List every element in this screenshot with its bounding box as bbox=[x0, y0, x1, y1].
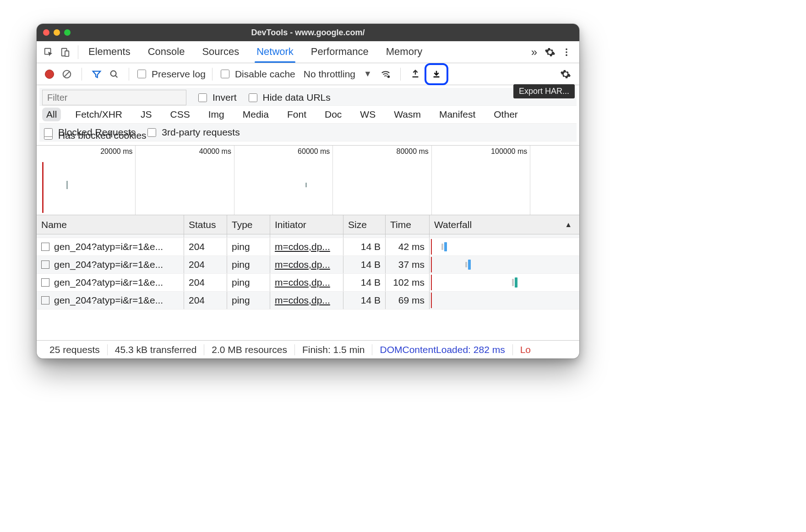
col-waterfall[interactable]: Waterfall ▲ bbox=[430, 215, 579, 234]
type-chip-media[interactable]: Media bbox=[239, 108, 273, 121]
table-row[interactable]: gen_204?atyp=i&r=1&e...204pingm=cdos,dp.… bbox=[37, 292, 579, 309]
chevron-down-icon: ▼ bbox=[364, 69, 372, 79]
cell-initiator[interactable]: m=cdos,dp... bbox=[270, 256, 343, 273]
table-row[interactable]: gen_204?atyp=i&r=1&e...204pingm=cdos,dp.… bbox=[37, 256, 579, 274]
col-size[interactable]: Size bbox=[343, 215, 386, 234]
cell-waterfall bbox=[430, 274, 579, 291]
type-chip-js[interactable]: JS bbox=[136, 108, 156, 121]
invert-label: Invert bbox=[212, 92, 237, 103]
tab-elements[interactable]: Elements bbox=[87, 42, 131, 62]
filter-input[interactable] bbox=[42, 90, 186, 105]
kebab-menu-icon[interactable] bbox=[558, 44, 575, 60]
search-icon[interactable] bbox=[106, 66, 122, 82]
cell-size: 14 B bbox=[343, 256, 386, 273]
hide-data-urls-label: Hide data URLs bbox=[263, 92, 331, 103]
tab-console[interactable]: Console bbox=[147, 42, 186, 62]
col-type[interactable]: Type bbox=[227, 215, 270, 234]
svg-line-7 bbox=[64, 71, 70, 77]
status-domcontentloaded: DOMContentLoaded: 282 ms bbox=[372, 344, 512, 355]
network-conditions-icon[interactable] bbox=[377, 66, 394, 82]
tab-sources[interactable]: Sources bbox=[201, 42, 240, 62]
col-status[interactable]: Status bbox=[184, 215, 227, 234]
network-toolbar: Preserve log Disable cache No throttling… bbox=[37, 63, 579, 85]
disable-cache-checkbox[interactable]: Disable cache bbox=[219, 68, 295, 80]
network-settings-icon[interactable] bbox=[557, 66, 574, 82]
file-icon bbox=[41, 296, 49, 304]
minimize-window-button[interactable] bbox=[54, 29, 60, 36]
clear-icon[interactable] bbox=[59, 66, 75, 82]
type-chip-other[interactable]: Other bbox=[490, 108, 522, 121]
devtools-window: DevTools - www.google.com/ Elements Cons… bbox=[37, 24, 579, 358]
cell-time: 69 ms bbox=[386, 292, 430, 309]
type-chip-manifest[interactable]: Manifest bbox=[435, 108, 479, 121]
cell-initiator[interactable]: m=cdos,dp... bbox=[270, 274, 343, 291]
type-chip-font[interactable]: Font bbox=[283, 108, 310, 121]
third-party-input[interactable] bbox=[147, 128, 156, 137]
col-initiator[interactable]: Initiator bbox=[270, 215, 343, 234]
col-time[interactable]: Time bbox=[386, 215, 430, 234]
hide-data-urls-input[interactable] bbox=[249, 93, 257, 102]
cell-waterfall bbox=[430, 256, 579, 273]
blocked-requests-checkbox[interactable]: Blocked Requests bbox=[42, 127, 136, 138]
preserve-log-label: Preserve log bbox=[152, 69, 206, 80]
status-finish: Finish: 1.5 min bbox=[295, 344, 373, 355]
type-chip-wasm[interactable]: Wasm bbox=[390, 108, 425, 121]
cell-waterfall bbox=[430, 292, 579, 309]
settings-icon[interactable] bbox=[542, 44, 558, 60]
svg-point-5 bbox=[566, 54, 567, 56]
close-window-button[interactable] bbox=[43, 29, 49, 36]
invert-input[interactable] bbox=[198, 93, 207, 102]
type-chip-img[interactable]: Img bbox=[204, 108, 229, 121]
device-toolbar-icon[interactable] bbox=[57, 44, 73, 60]
inspect-element-icon[interactable] bbox=[40, 44, 57, 60]
preserve-log-input[interactable] bbox=[137, 70, 146, 78]
cell-name: gen_204?atyp=i&r=1&e... bbox=[37, 256, 184, 273]
timeline-overview[interactable]: 20000 ms40000 ms60000 ms80000 ms100000 m… bbox=[37, 146, 579, 215]
cell-name: gen_204?atyp=i&r=1&e... bbox=[37, 238, 184, 255]
window-title: DevTools - www.google.com/ bbox=[37, 28, 579, 38]
tab-performance[interactable]: Performance bbox=[310, 42, 370, 62]
import-har-icon[interactable] bbox=[407, 66, 424, 82]
more-tabs-icon[interactable]: » bbox=[527, 46, 542, 59]
disable-cache-input[interactable] bbox=[221, 70, 229, 78]
window-titlebar: DevTools - www.google.com/ bbox=[37, 24, 579, 41]
hide-data-urls-checkbox[interactable]: Hide data URLs bbox=[247, 92, 331, 103]
cell-initiator[interactable]: m=cdos,dp... bbox=[270, 292, 343, 309]
separator bbox=[400, 68, 401, 81]
timeline-activity-tick bbox=[66, 181, 68, 189]
window-controls bbox=[43, 29, 71, 36]
record-button[interactable] bbox=[45, 70, 54, 79]
col-name[interactable]: Name bbox=[37, 215, 184, 234]
status-bar: 25 requests 45.3 kB transferred 2.0 MB r… bbox=[37, 340, 579, 358]
throttling-select[interactable]: No throttling ▼ bbox=[304, 69, 372, 80]
svg-rect-11 bbox=[412, 76, 418, 77]
maximize-window-button[interactable] bbox=[64, 29, 71, 36]
type-chip-ws[interactable]: WS bbox=[356, 108, 380, 121]
filter-bar: Invert Hide data URLs All Fetch/XHR JS C… bbox=[37, 85, 579, 146]
tab-network[interactable]: Network bbox=[256, 42, 294, 62]
svg-point-4 bbox=[566, 51, 567, 53]
cell-type: ping bbox=[227, 274, 270, 291]
blocked-requests-input[interactable] bbox=[44, 128, 53, 137]
table-row[interactable]: gen_204?atyp=i&r=1&e...204pingm=cdos,dp.… bbox=[37, 274, 579, 292]
tab-memory[interactable]: Memory bbox=[385, 42, 423, 62]
cell-waterfall bbox=[430, 238, 579, 255]
table-row-partial[interactable] bbox=[37, 234, 579, 238]
waterfall-wait-bar bbox=[512, 279, 514, 286]
export-har-icon[interactable] bbox=[428, 66, 445, 82]
cell-initiator[interactable]: m=cdos,dp... bbox=[270, 238, 343, 255]
filter-icon[interactable] bbox=[88, 66, 105, 82]
type-chip-fetchxhr[interactable]: Fetch/XHR bbox=[71, 108, 126, 121]
type-chip-doc[interactable]: Doc bbox=[321, 108, 346, 121]
type-chip-all[interactable]: All bbox=[42, 108, 61, 121]
waterfall-load-marker bbox=[431, 239, 432, 255]
cell-time: 42 ms bbox=[386, 238, 430, 255]
preserve-log-checkbox[interactable]: Preserve log bbox=[136, 68, 206, 80]
waterfall-wait-bar bbox=[441, 244, 443, 250]
cell-time: 37 ms bbox=[386, 256, 430, 273]
table-row[interactable]: gen_204?atyp=i&r=1&e...204pingm=cdos,dp.… bbox=[37, 238, 579, 256]
type-chip-css[interactable]: CSS bbox=[166, 108, 194, 121]
waterfall-download-bar bbox=[444, 242, 447, 251]
third-party-checkbox[interactable]: 3rd-party requests bbox=[146, 127, 240, 138]
invert-checkbox[interactable]: Invert bbox=[196, 92, 237, 103]
